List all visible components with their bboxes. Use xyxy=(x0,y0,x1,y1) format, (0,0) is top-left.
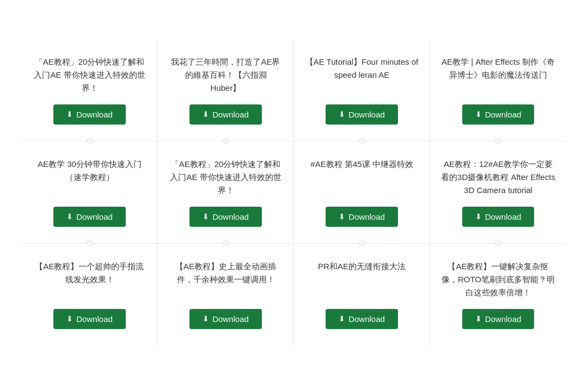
card-title-5: AE教学 30分钟带你快速入门（速学教程） xyxy=(33,158,146,197)
card-title-8: AE教程：12#AE教学你一定要看的3D摄像机教程 After Effects … xyxy=(441,158,555,197)
card-title-4: AE教学 | After Effects 制作《奇异博士》电影的魔法传送门 xyxy=(441,55,555,95)
card-title-3: 【AE Tutorial】Four minutes of speed leran… xyxy=(305,55,419,95)
download-label: Download xyxy=(485,314,522,324)
separator-dot xyxy=(495,240,501,246)
download-label: Download xyxy=(76,212,113,221)
card-4: AE教学 | After Effects 制作《奇异博士》电影的魔法传送门⬇Do… xyxy=(430,39,566,141)
download-icon: ⬇ xyxy=(475,314,482,323)
download-button-6[interactable]: ⬇Download xyxy=(189,207,262,227)
card-title-6: 「AE教程」20分钟快速了解和入门AE 带你快速进入特效的世界！ xyxy=(169,158,283,197)
download-label: Download xyxy=(348,110,385,119)
download-button-1[interactable]: ⬇Download xyxy=(53,104,126,125)
card-title-2: 我花了三年時間，打造了AE界的維基百科！【六指淵 Huber】 xyxy=(169,55,283,95)
download-icon: ⬇ xyxy=(475,110,482,119)
download-label: Download xyxy=(212,212,249,221)
download-icon: ⬇ xyxy=(203,314,209,323)
card-3: 【AE Tutorial】Four minutes of speed leran… xyxy=(294,39,430,141)
card-title-9: 【AE教程】一个超帅的手指流线发光效果！ xyxy=(33,260,146,299)
download-button-2[interactable]: ⬇Download xyxy=(189,104,262,125)
download-label: Download xyxy=(76,314,113,324)
download-icon: ⬇ xyxy=(203,110,209,119)
download-button-7[interactable]: ⬇Download xyxy=(326,207,398,227)
download-icon: ⬇ xyxy=(66,212,73,221)
download-label: Download xyxy=(348,212,385,221)
card-8: AE教程：12#AE教学你一定要看的3D摄像机教程 After Effects … xyxy=(430,141,566,244)
card-10: 【AE教程】史上最全动画插件，千余种效果一键调用！⬇Download xyxy=(158,244,294,345)
download-button-5[interactable]: ⬇Download xyxy=(53,207,126,227)
download-label: Download xyxy=(76,110,113,119)
card-title-1: 「AE教程」20分钟快速了解和入门AE 带你快速进入特效的世界！ xyxy=(33,55,146,95)
download-button-10[interactable]: ⬇Download xyxy=(189,309,262,329)
card-title-10: 【AE教程】史上最全动画插件，千余种效果一键调用！ xyxy=(169,260,283,299)
separator-dot xyxy=(359,240,365,246)
download-button-11[interactable]: ⬇Download xyxy=(326,309,398,329)
download-button-9[interactable]: ⬇Download xyxy=(53,309,126,329)
separator-dot xyxy=(223,240,229,246)
card-6: 「AE教程」20分钟快速了解和入门AE 带你快速进入特效的世界！⬇Downloa… xyxy=(158,141,294,244)
download-label: Download xyxy=(212,110,249,119)
download-icon: ⬇ xyxy=(339,212,345,221)
card-12: 【AE教程】一键解决复杂抠像，ROTO笔刷到底多智能？明白这些效率倍增！⬇Dow… xyxy=(430,244,566,345)
download-label: Download xyxy=(485,110,522,119)
download-button-8[interactable]: ⬇Download xyxy=(462,207,535,227)
card-title-11: PR和AE的无缝衔接大法 xyxy=(318,260,406,299)
card-5: AE教学 30分钟带你快速入门（速学教程）⬇Download xyxy=(22,141,158,244)
card-grid: 「AE教程」20分钟快速了解和入门AE 带你快速进入特效的世界！⬇Downloa… xyxy=(0,28,588,356)
download-icon: ⬇ xyxy=(475,212,482,221)
card-2: 我花了三年時間，打造了AE界的維基百科！【六指淵 Huber】⬇Download xyxy=(158,39,294,141)
card-title-7: #AE教程 第45课 中继器特效 xyxy=(310,158,413,197)
download-icon: ⬇ xyxy=(66,314,73,323)
download-icon: ⬇ xyxy=(339,110,345,119)
download-button-12[interactable]: ⬇Download xyxy=(462,309,535,329)
card-7: #AE教程 第45课 中继器特效⬇Download xyxy=(294,141,430,244)
separator-dot xyxy=(87,138,93,144)
separator-dot xyxy=(223,138,229,144)
card-9: 【AE教程】一个超帅的手指流线发光效果！⬇Download xyxy=(22,244,158,345)
card-title-12: 【AE教程】一键解决复杂抠像，ROTO笔刷到底多智能？明白这些效率倍增！ xyxy=(441,260,555,299)
download-label: Download xyxy=(348,314,385,324)
download-button-3[interactable]: ⬇Download xyxy=(326,104,398,125)
download-icon: ⬇ xyxy=(339,314,345,323)
download-icon: ⬇ xyxy=(203,212,209,221)
card-11: PR和AE的无缝衔接大法⬇Download xyxy=(294,244,430,345)
separator-dot xyxy=(87,240,93,246)
download-label: Download xyxy=(212,314,249,324)
separator-dot xyxy=(495,138,501,144)
card-1: 「AE教程」20分钟快速了解和入门AE 带你快速进入特效的世界！⬇Downloa… xyxy=(22,39,158,141)
download-button-4[interactable]: ⬇Download xyxy=(462,104,535,125)
separator-dot xyxy=(359,138,365,144)
download-icon: ⬇ xyxy=(66,110,73,119)
download-label: Download xyxy=(485,212,522,221)
